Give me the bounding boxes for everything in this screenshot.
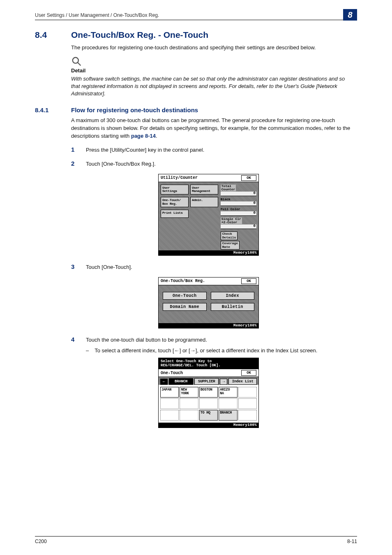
breadcrumb: User Settings / User Management / One-To… [35, 12, 357, 20]
one-touch-key-empty[interactable] [238, 387, 257, 398]
total-counter-value: 0 [221, 192, 256, 196]
subsection-number: 8.4.1 [35, 106, 60, 113]
page-reference-link[interactable]: page 8-14 [131, 133, 156, 139]
screenshot-one-touch-box-reg: One-Touch/Box Reg. OK One-Touch Index Do… [158, 277, 259, 328]
prev-index-arrow-icon[interactable]: ← [160, 379, 168, 385]
section-title: One-Touch/Box Reg. - One-Touch [71, 30, 208, 40]
coverage-rate-button[interactable]: CoverageRate [221, 241, 240, 250]
one-touch-key-empty[interactable] [160, 410, 179, 421]
memory-indicator: Memory100% [159, 323, 258, 328]
admin-button[interactable]: Admin. [190, 197, 218, 207]
tab-branch[interactable]: BRANCH [169, 378, 193, 385]
single-color-value: 0 [221, 224, 256, 229]
bulletin-button[interactable]: Bulletin [211, 303, 255, 311]
one-touch-key[interactable]: BOSTON [199, 387, 218, 398]
detail-body: With software switch settings, the machi… [71, 75, 355, 98]
chapter-number-badge: 8 [343, 9, 357, 21]
one-touch-key-empty[interactable] [238, 398, 257, 409]
user-settings-button[interactable]: UserSettings [161, 185, 189, 195]
ok-button[interactable]: OK [241, 370, 256, 376]
bullet-dash: – [86, 347, 89, 354]
single-color-label: Single Clr+2-Color [221, 217, 242, 224]
ok-button[interactable]: OK [241, 278, 256, 284]
user-management-button[interactable]: UserManagement [190, 185, 218, 195]
black-value: 0 [221, 201, 256, 206]
svg-line-1 [78, 62, 81, 65]
magnifier-icon [71, 56, 82, 67]
tab-supplier[interactable]: SUPPLIER [194, 378, 219, 385]
one-touch-key-empty[interactable] [219, 398, 237, 409]
screen-title: One-Touch/Box Reg. [161, 279, 205, 283]
memory-indicator: Memory100% [159, 250, 258, 255]
screen-title: One-Touch [161, 371, 183, 375]
section-number: 8.4 [35, 30, 60, 40]
one-touch-button[interactable]: One-Touch [163, 292, 207, 300]
total-counter-label: TotalCounter [221, 185, 236, 192]
one-touch-key-empty[interactable] [180, 398, 198, 409]
one-touch-box-reg-button[interactable]: One-Touch/Box Reg. [161, 197, 189, 207]
footer-page-number: 8-11 [347, 539, 357, 544]
index-button[interactable]: Index [211, 292, 255, 300]
subsection-intro: A maximum of 300 one-touch dial buttons … [71, 117, 357, 140]
screen-title: Utility/Counter [161, 176, 198, 180]
section-intro: The procedures for registering one-touch… [71, 44, 357, 52]
step-substep-text: To select a different index, touch [←] o… [95, 347, 317, 354]
step-number: 4 [71, 336, 77, 343]
one-touch-key[interactable]: JAPAN [160, 387, 179, 398]
detail-label: Detail [71, 67, 357, 74]
full-color-label: Full Color [221, 208, 256, 211]
step-text: Touch [One-Touch/Box Reg.]. [86, 160, 156, 168]
memory-indicator: Memory100% [159, 423, 258, 428]
one-touch-key[interactable]: ARIZONA [219, 387, 237, 398]
step-number: 3 [71, 263, 77, 270]
step-number: 1 [71, 146, 77, 153]
domain-name-button[interactable]: Domain Name [163, 303, 207, 311]
print-lists-button[interactable]: Print Lists [161, 210, 189, 218]
step-number: 2 [71, 160, 77, 167]
one-touch-key-empty[interactable] [160, 398, 179, 409]
step-text: Press the [Utility/Counter] key in the c… [86, 146, 204, 154]
step-text: Touch the one-touch dial button to be pr… [86, 336, 207, 344]
black-label: Black [221, 198, 256, 201]
subsection-title: Flow for registering one-touch destinati… [71, 106, 198, 113]
one-touch-key-empty[interactable] [180, 410, 198, 421]
one-touch-key-empty[interactable] [238, 410, 257, 421]
one-touch-key-empty[interactable] [199, 398, 218, 409]
instruction-line-2: REG/CHANGE/DEL. Touch [OK]. [161, 363, 256, 368]
one-touch-key[interactable]: BRANCH [219, 410, 237, 421]
check-details-button[interactable]: CheckDetails [221, 231, 238, 240]
full-color-value: 0 [221, 211, 256, 216]
instruction-line-1: Select One-Touch Key to [161, 359, 256, 364]
screenshot-one-touch-select: Select One-Touch Key to REG/CHANGE/DEL. … [158, 358, 259, 428]
next-index-arrow-icon[interactable]: → [220, 379, 227, 385]
footer-model: C200 [35, 539, 47, 544]
one-touch-key[interactable]: TO HQ [199, 410, 218, 421]
step-text: Touch [One-Touch]. [86, 263, 132, 271]
one-touch-key[interactable]: NEWYORK [180, 387, 198, 398]
ok-button[interactable]: OK [241, 175, 256, 181]
index-list-button[interactable]: Index List [228, 378, 257, 385]
screenshot-utility-counter: Utility/Counter OK UserSettings UserMana… [158, 174, 259, 256]
